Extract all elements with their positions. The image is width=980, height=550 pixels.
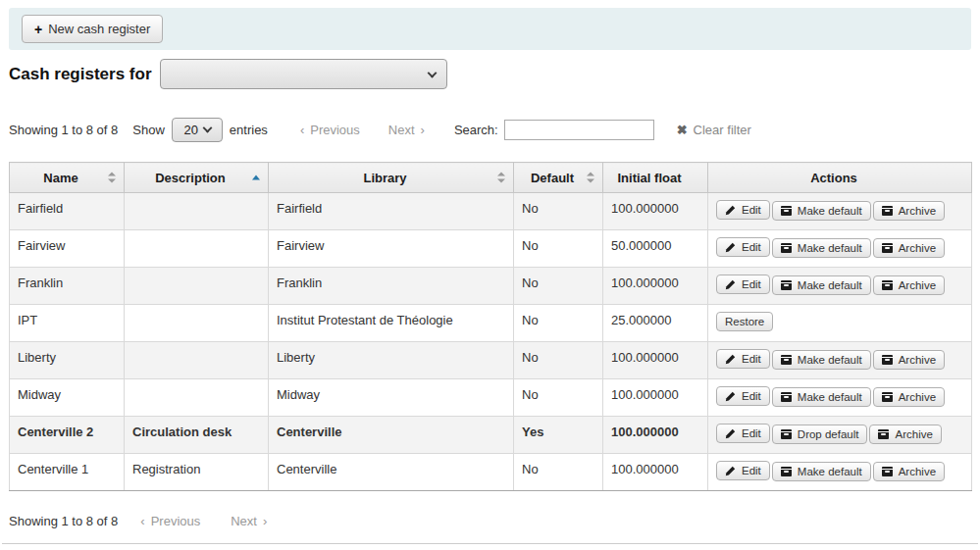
description-cell [125, 342, 269, 379]
page-length-value: 20 [184, 123, 198, 137]
make-default-button[interactable]: Make default [772, 238, 871, 258]
archive-button[interactable]: Archive [873, 350, 945, 370]
archive-button[interactable]: Archive [873, 275, 945, 295]
search-input[interactable] [504, 120, 654, 140]
actions-cell: EditDrop defaultArchive [708, 417, 972, 454]
drop-default-button[interactable]: Drop default [772, 425, 868, 444]
name-cell: Fairfield [10, 193, 125, 230]
edit-button[interactable]: Edit [716, 349, 770, 369]
initial-float-cell: 100.000000 [603, 454, 708, 491]
action-label: Make default [798, 242, 862, 254]
library-cell: Franklin [269, 268, 514, 305]
action-label: Make default [798, 279, 862, 291]
heading-row: Cash registers for [9, 59, 971, 89]
column-header-name[interactable]: Name [10, 163, 125, 193]
edit-button[interactable]: Edit [716, 424, 770, 443]
initial-float-cell: 100.000000 [603, 342, 708, 379]
column-label: Actions [810, 171, 857, 185]
next-page-button[interactable]: Next › [388, 123, 425, 137]
sort-both-icon [587, 173, 595, 183]
page-length-select[interactable]: 20 [172, 118, 223, 142]
edit-button[interactable]: Edit [716, 200, 770, 220]
column-label: Initial float [618, 171, 682, 185]
library-select[interactable] [160, 59, 447, 89]
column-header-default[interactable]: Default [514, 163, 603, 193]
actions-cell: EditMake defaultArchive [708, 230, 972, 268]
archive-button[interactable]: Archive [873, 201, 945, 221]
edit-button[interactable]: Edit [716, 386, 770, 406]
new-cash-register-button[interactable]: + New cash register [22, 15, 163, 43]
column-label: Library [363, 171, 406, 185]
edit-button[interactable]: Edit [716, 275, 770, 294]
edit-button[interactable]: Edit [716, 461, 770, 480]
action-label: Make default [798, 205, 862, 217]
pagination-top: ‹ Previous Next › [300, 123, 425, 137]
archive-button[interactable]: Archive [869, 425, 941, 444]
library-cell: Liberty [269, 342, 514, 379]
action-label: Archive [899, 466, 936, 477]
pencil-icon [725, 428, 736, 439]
archive-icon [882, 392, 893, 402]
name-cell: IPT [10, 305, 125, 342]
pencil-icon [725, 354, 736, 365]
action-label: Edit [742, 204, 761, 216]
description-cell [125, 230, 269, 268]
default-cell: Yes [514, 417, 603, 454]
description-cell [125, 268, 269, 305]
archive-icon [878, 429, 889, 439]
pencil-icon [725, 279, 736, 290]
make-default-button[interactable]: Make default [772, 275, 871, 295]
archive-icon [781, 206, 792, 216]
archive-icon [781, 355, 792, 365]
column-header-initial-float: Initial float [603, 163, 708, 193]
toolbar: + New cash register [9, 8, 971, 50]
make-default-button[interactable]: Make default [772, 350, 871, 370]
table-controls: Showing 1 to 8 of 8 Show 20 entries ‹ Pr… [9, 117, 971, 142]
default-cell: No [514, 379, 603, 417]
chevron-down-icon [427, 68, 437, 77]
table-info-bottom: Showing 1 to 8 of 8 [9, 514, 118, 528]
action-label: Edit [742, 427, 761, 439]
previous-page-button[interactable]: ‹ Previous [140, 514, 200, 528]
search-group: Search: [454, 120, 654, 140]
archive-button[interactable]: Archive [873, 238, 945, 258]
description-cell: Circulation desk [125, 417, 269, 454]
archive-button[interactable]: Archive [873, 387, 945, 407]
column-header-library[interactable]: Library [269, 163, 514, 193]
next-page-button[interactable]: Next › [231, 514, 267, 528]
chevron-left-icon: ‹ [140, 514, 144, 528]
initial-float-cell: 100.000000 [603, 193, 708, 230]
previous-page-button[interactable]: ‹ Previous [300, 123, 360, 137]
restore-button[interactable]: Restore [716, 312, 773, 331]
archive-icon [781, 467, 792, 476]
initial-float-cell: 100.000000 [603, 379, 708, 417]
edit-button[interactable]: Edit [716, 237, 770, 257]
table-row: FranklinFranklinNo100.000000EditMake def… [10, 268, 972, 305]
pencil-icon [725, 391, 736, 402]
clear-filter-button[interactable]: ✖ Clear filter [677, 123, 751, 137]
action-label: Make default [798, 466, 862, 477]
make-default-button[interactable]: Make default [772, 201, 871, 221]
table-row: LibertyLibertyNo100.000000EditMake defau… [10, 342, 972, 379]
actions-cell: EditMake defaultArchive [708, 379, 972, 417]
table-row: FairfieldFairfieldNo100.000000EditMake d… [10, 193, 972, 230]
page-title: Cash registers for [9, 65, 152, 84]
library-cell: Fairview [269, 230, 514, 268]
chevron-right-icon: › [263, 514, 267, 528]
pencil-icon [725, 205, 736, 216]
name-cell: Fairview [10, 230, 125, 268]
table-row: Centerville 2Circulation deskCenterville… [10, 417, 972, 454]
page-divider [2, 543, 978, 544]
footer-row: Showing 1 to 8 of 8 ‹ Previous Next › [9, 514, 971, 528]
make-default-button[interactable]: Make default [772, 462, 871, 481]
archive-button[interactable]: Archive [873, 462, 945, 481]
description-cell [125, 305, 269, 342]
column-header-description[interactable]: Description [125, 163, 269, 193]
archive-icon [781, 429, 792, 439]
make-default-button[interactable]: Make default [772, 387, 871, 407]
description-cell: Registration [125, 454, 269, 491]
sort-both-icon [108, 173, 117, 183]
action-label: Edit [742, 465, 761, 476]
description-cell [125, 379, 269, 417]
archive-icon [882, 243, 893, 253]
